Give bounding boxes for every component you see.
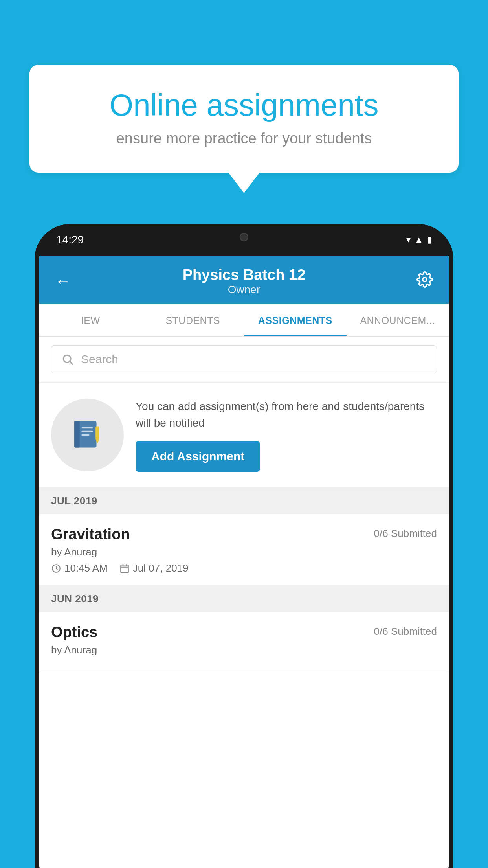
app-header: ← Physics Batch 12 Owner bbox=[39, 256, 449, 304]
speech-bubble: Online assignments ensure more practice … bbox=[29, 65, 459, 173]
search-icon bbox=[61, 353, 74, 366]
promo-description: You can add assignment(s) from here and … bbox=[136, 398, 437, 431]
phone-screen: ← Physics Batch 12 Owner IEW STUDENTS AS… bbox=[39, 256, 449, 868]
assignment-submitted-optics: 0/6 Submitted bbox=[374, 625, 437, 638]
assignment-item-gravitation[interactable]: Gravitation 0/6 Submitted by Anurag 10:4… bbox=[39, 514, 449, 586]
status-time: 14:29 bbox=[56, 234, 84, 246]
svg-rect-11 bbox=[121, 565, 128, 573]
assignment-item-optics[interactable]: Optics 0/6 Submitted by Anurag bbox=[39, 612, 449, 671]
promo-card: Online assignments ensure more practice … bbox=[29, 65, 459, 173]
clock-icon bbox=[51, 563, 61, 574]
bubble-title: Online assignments bbox=[57, 88, 431, 122]
search-placeholder: Search bbox=[81, 353, 118, 366]
tab-students[interactable]: STUDENTS bbox=[142, 304, 244, 336]
svg-line-2 bbox=[70, 362, 73, 364]
status-icons: ▾ ▲ ▮ bbox=[406, 235, 432, 245]
month-header-jul: JUL 2019 bbox=[39, 488, 449, 514]
month-header-jun: JUN 2019 bbox=[39, 586, 449, 612]
assignment-title-optics: Optics bbox=[51, 624, 97, 641]
svg-rect-7 bbox=[81, 434, 89, 435]
promo-icon-circle bbox=[51, 399, 124, 471]
assignment-date: Jul 07, 2019 bbox=[133, 562, 189, 574]
tab-iew[interactable]: IEW bbox=[39, 304, 142, 336]
svg-rect-8 bbox=[95, 426, 99, 440]
search-container: Search bbox=[39, 337, 449, 383]
assignment-time-row-gravitation: 10:45 AM Jul 07, 2019 bbox=[51, 562, 437, 574]
promo-content: You can add assignment(s) from here and … bbox=[136, 398, 437, 472]
phone-frame: 14:29 ▾ ▲ ▮ ← Physics Batch 12 Owner bbox=[35, 224, 453, 868]
svg-point-1 bbox=[63, 355, 71, 362]
header-center: Physics Batch 12 Owner bbox=[79, 267, 409, 296]
time-item: 10:45 AM bbox=[51, 562, 108, 574]
svg-rect-4 bbox=[74, 421, 80, 448]
svg-point-0 bbox=[423, 278, 427, 282]
month-label-jul: JUL 2019 bbox=[51, 495, 97, 507]
calendar-icon bbox=[119, 563, 130, 574]
promo-section: You can add assignment(s) from here and … bbox=[39, 383, 449, 488]
assignment-author-gravitation: by Anurag bbox=[51, 546, 437, 558]
header-subtitle: Owner bbox=[79, 283, 409, 296]
svg-rect-6 bbox=[81, 430, 93, 432]
gear-icon bbox=[416, 271, 433, 288]
assignment-author-optics: by Anurag bbox=[51, 644, 437, 656]
front-camera bbox=[240, 233, 248, 241]
signal-icon: ▲ bbox=[415, 235, 423, 245]
tab-assignments[interactable]: ASSIGNMENTS bbox=[244, 304, 347, 337]
back-button[interactable]: ← bbox=[55, 272, 79, 290]
assignment-row-top-optics: Optics 0/6 Submitted bbox=[51, 624, 437, 641]
month-label-jun: JUN 2019 bbox=[51, 593, 99, 605]
date-item: Jul 07, 2019 bbox=[119, 562, 189, 574]
assignment-title-gravitation: Gravitation bbox=[51, 526, 130, 543]
svg-rect-5 bbox=[81, 427, 93, 428]
bubble-subtitle: ensure more practice for your students bbox=[57, 130, 431, 147]
search-input-wrapper[interactable]: Search bbox=[51, 345, 437, 373]
add-assignment-button[interactable]: Add Assignment bbox=[136, 441, 260, 472]
status-bar: 14:29 ▾ ▲ ▮ bbox=[35, 224, 453, 256]
wifi-icon: ▾ bbox=[406, 235, 411, 245]
assignment-time: 10:45 AM bbox=[64, 562, 108, 574]
phone-notch bbox=[205, 224, 283, 250]
header-title: Physics Batch 12 bbox=[79, 267, 409, 283]
assignment-submitted-gravitation: 0/6 Submitted bbox=[374, 528, 437, 540]
tab-announcements[interactable]: ANNOUNCEM... bbox=[347, 304, 449, 336]
settings-button[interactable] bbox=[409, 271, 433, 291]
tabs-bar: IEW STUDENTS ASSIGNMENTS ANNOUNCEM... bbox=[39, 304, 449, 337]
battery-icon: ▮ bbox=[427, 235, 432, 245]
assignment-row-top: Gravitation 0/6 Submitted bbox=[51, 526, 437, 543]
notebook-icon bbox=[70, 417, 105, 453]
